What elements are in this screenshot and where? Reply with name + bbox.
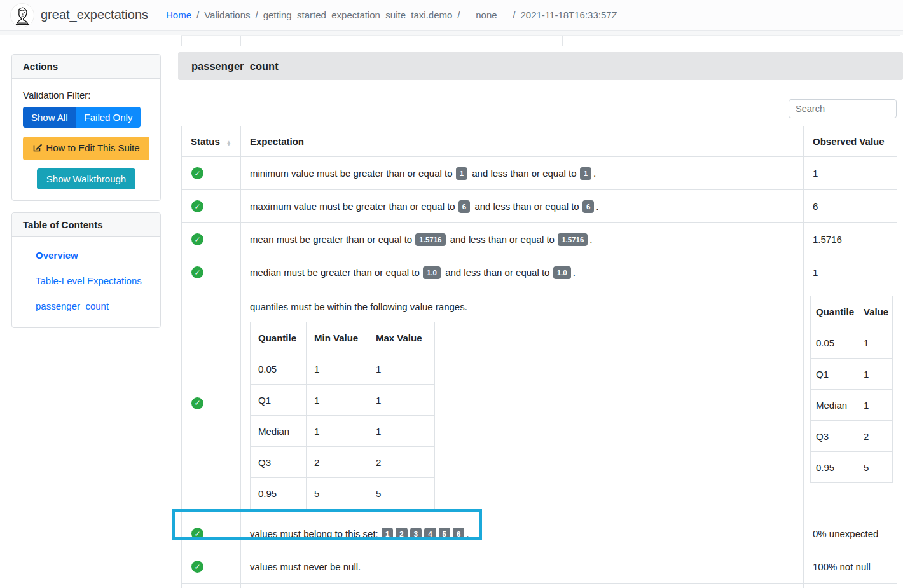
expectation-column-header: Expectation — [241, 126, 804, 157]
mini-table-cell: 5 — [858, 452, 893, 483]
brand-title[interactable]: great_expectations — [41, 8, 148, 22]
mini-table-row: 0.955 — [811, 452, 893, 483]
previous-table-fragment — [181, 35, 900, 46]
status-cell: ✓ — [182, 157, 241, 190]
breadcrumb-item: 2021-11-18T16:33:57Z — [520, 10, 617, 20]
show-walkthrough-button[interactable]: Show Walkthrough — [37, 168, 135, 189]
expectation-cell: maximum value must be greater than or eq… — [241, 190, 804, 223]
mini-table-header: Quantile — [251, 322, 307, 353]
pencil-square-icon — [32, 142, 46, 153]
mini-table-cell: 0.95 — [811, 452, 858, 483]
expectation-text: maximum value must be greater than or eq… — [250, 198, 794, 215]
status-cell: ✓ — [182, 223, 241, 256]
mini-table-cell: 1 — [368, 353, 435, 385]
toc-list: OverviewTable-Level Expectationspassenge… — [12, 237, 160, 327]
status-pass-icon: ✓ — [191, 200, 203, 212]
toc-item[interactable]: passenger_count — [23, 299, 149, 314]
expectation-row: ✓minimum value must be greater than or e… — [182, 157, 897, 190]
mini-table-cell: 2 — [368, 447, 435, 478]
breadcrumb-item: __none__ — [465, 10, 508, 20]
status-cell: ✓ — [182, 584, 241, 588]
actions-panel-title: Actions — [12, 55, 160, 79]
failed-only-button[interactable]: Failed Only — [76, 107, 141, 128]
main-content: passenger_count Status▲▼ Expectation Obs… — [178, 31, 903, 588]
expectation-cell: median must be greater than or equal to … — [241, 256, 804, 289]
observed-value: 100% not null — [804, 550, 897, 584]
expectation-text: mean must be greater than or equal to 1.… — [250, 231, 794, 248]
mini-table-header: Quantile — [811, 296, 858, 327]
toc-item[interactable]: Table-Level Expectations — [23, 273, 149, 289]
status-cell: ✓ — [182, 289, 241, 517]
how-to-edit-suite-label: How to Edit This Suite — [46, 142, 139, 153]
value-badge: 1.5716 — [415, 233, 445, 246]
mini-table-cell: 1 — [858, 327, 893, 359]
search-input[interactable] — [789, 99, 897, 118]
breadcrumb-item[interactable]: Home — [166, 10, 191, 20]
mini-table-cell: 5 — [368, 478, 435, 509]
breadcrumb-separator: / — [196, 10, 199, 20]
mini-table-header: Max Value — [368, 322, 435, 353]
expectation-table: Status▲▼ Expectation Observed Value ✓min… — [181, 126, 897, 588]
mini-table-cell: 1 — [307, 353, 368, 385]
expectation-cell: values must belong to this set: 123456. — [241, 517, 804, 550]
expectation-cell: minimum value must be greater than or eq… — [241, 157, 804, 190]
toc-item[interactable]: Overview — [23, 248, 149, 263]
observed-quantile-table: QuantileValue0.051Q11Median1Q320.955 — [810, 296, 893, 483]
status-pass-icon: ✓ — [191, 397, 203, 409]
mini-table-cell: 1 — [368, 416, 435, 447]
status-cell: ✓ — [182, 256, 241, 289]
expectation-text: quantiles must be within the following v… — [250, 298, 794, 315]
navbar: great_expectations Home/Validations/gett… — [0, 0, 903, 31]
breadcrumb-separator: / — [255, 10, 258, 20]
expectation-text: values must never be null. — [250, 558, 794, 575]
value-badge: 1.0 — [423, 266, 441, 279]
expectation-cell: fraction of unique values must be exactl… — [241, 584, 804, 588]
status-column-header: Status▲▼ — [182, 126, 241, 157]
mini-table-cell: 0.05 — [811, 327, 858, 359]
observed-value-column-header: Observed Value — [804, 126, 897, 157]
status-pass-icon: ✓ — [191, 561, 203, 573]
observed-value: 1 — [804, 256, 897, 289]
actions-panel: Actions Validation Filter: Show All Fail… — [11, 54, 161, 201]
mini-table-cell: Median — [811, 390, 858, 421]
expectation-table-body: ✓minimum value must be greater than or e… — [182, 157, 897, 588]
sort-icon[interactable]: ▲▼ — [226, 141, 231, 147]
observed-value: 0.0006 — [804, 584, 897, 588]
value-badge: 1.5716 — [558, 233, 588, 246]
mini-table-cell: 5 — [307, 478, 368, 509]
value-badge: 3 — [410, 528, 422, 540]
observed-value: 1 — [804, 157, 897, 190]
expectation-cell: quantiles must be within the following v… — [241, 289, 804, 517]
mini-table-cell: 1 — [368, 385, 435, 416]
status-cell: ✓ — [182, 190, 241, 223]
mini-table-cell: 1 — [307, 416, 368, 447]
status-pass-icon: ✓ — [191, 528, 203, 540]
value-badge: 6 — [453, 528, 464, 540]
value-badge: 1 — [382, 528, 393, 540]
mini-table-cell: 1 — [858, 390, 893, 421]
status-pass-icon: ✓ — [191, 167, 203, 179]
breadcrumb: Home/Validations/getting_started_expecta… — [166, 10, 617, 20]
expectation-text: median must be greater than or equal to … — [250, 264, 794, 281]
column-section-header: passenger_count — [178, 52, 903, 80]
mini-table-cell: 2 — [307, 447, 368, 478]
table-of-contents-title: Table of Contents — [12, 213, 160, 237]
value-badge: 4 — [424, 528, 436, 540]
breadcrumb-item: Validations — [204, 10, 250, 20]
status-cell: ✓ — [182, 517, 241, 550]
observed-value: 6 — [804, 190, 897, 223]
mini-table-cell: 0.05 — [251, 353, 307, 385]
great-expectations-logo-icon[interactable] — [10, 3, 34, 27]
how-to-edit-suite-button[interactable]: How to Edit This Suite — [23, 137, 149, 160]
status-pass-icon: ✓ — [191, 266, 203, 278]
value-badge: 5 — [439, 528, 450, 540]
mini-table-row: 0.051 — [811, 327, 893, 359]
breadcrumb-separator: / — [457, 10, 460, 20]
mini-table-cell: 0.95 — [251, 478, 307, 509]
expectation-row: ✓quantiles must be within the following … — [182, 289, 897, 517]
observed-value: 0% unexpected — [804, 517, 897, 550]
mini-table-cell: Q3 — [811, 421, 858, 452]
mini-table-cell: Q3 — [251, 447, 307, 478]
show-all-button[interactable]: Show All — [23, 107, 76, 128]
expectation-row: ✓fraction of unique values must be exact… — [182, 584, 897, 588]
